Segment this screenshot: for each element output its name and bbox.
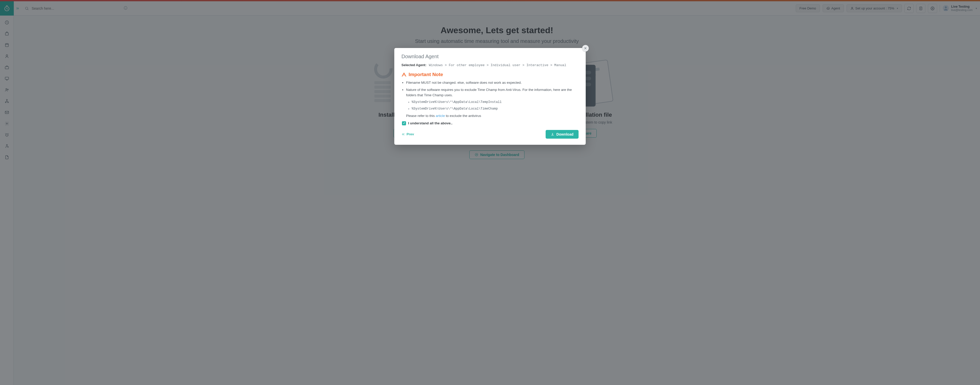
folder-path-2: %SystemDrive%\Users\*\AppData\Local\Time… — [412, 106, 579, 111]
note-list: Filename MUST not be changed. else, soft… — [406, 80, 579, 111]
important-note-label: Important Note — [409, 72, 443, 77]
folder-path-1: %SystemDrive%\Users\*\AppData\Local\Temp… — [412, 100, 579, 105]
prev-label: Prev — [407, 132, 414, 136]
modal-footer: Prev Download — [401, 130, 579, 138]
download-agent-modal: ✕ Download Agent Selected Agent: Windows… — [394, 48, 586, 145]
refer-prefix: Please refer to this — [406, 114, 436, 118]
article-link[interactable]: article — [436, 114, 445, 118]
modal-download-label: Download — [556, 132, 573, 136]
folder-path-list: %SystemDrive%\Users\*\AppData\Local\Temp… — [412, 100, 579, 111]
close-icon: ✕ — [584, 46, 587, 50]
important-note-heading: Important Note — [401, 72, 579, 77]
selected-agent-path: Windows > For other employee > Individua… — [429, 63, 566, 67]
refer-suffix: to exclude the antivirus — [446, 114, 481, 118]
note-item-1: Filename MUST not be changed. else, soft… — [406, 80, 579, 86]
refer-line: Please refer to this article to exclude … — [406, 114, 579, 118]
checkbox-checked-icon[interactable]: ✓ — [402, 121, 406, 126]
note-item-2-text: Nature of the software requires you to e… — [406, 88, 572, 97]
modal-download-button[interactable]: Download — [546, 130, 579, 138]
prev-button[interactable]: Prev — [401, 132, 414, 136]
chevrons-left-icon — [401, 132, 405, 136]
warning-icon — [401, 72, 407, 77]
modal-close-button[interactable]: ✕ — [582, 45, 589, 52]
understand-checkbox-row[interactable]: ✓ I understand all the above.. — [402, 121, 579, 126]
selected-agent-line: Selected Agent: Windows > For other empl… — [401, 63, 579, 67]
understand-label: I understand all the above.. — [408, 121, 452, 125]
modal-title: Download Agent — [401, 54, 579, 59]
note-item-2: Nature of the software requires you to e… — [406, 87, 579, 111]
selected-agent-label: Selected Agent: — [401, 63, 426, 67]
download-icon — [551, 132, 554, 136]
